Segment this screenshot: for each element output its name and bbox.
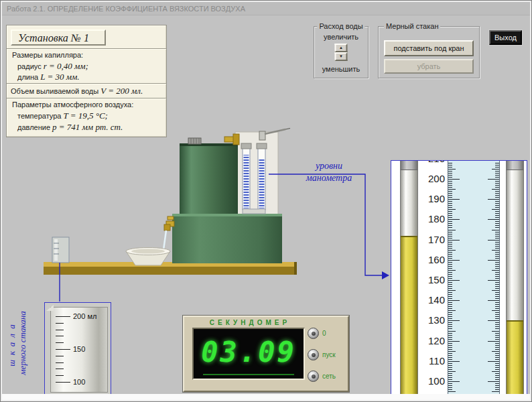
annotation-lines [60,174,382,302]
manometer-tick [495,312,499,313]
cup-scale-tick [56,342,64,343]
base-unit [172,214,282,263]
manometer-tick [495,217,499,218]
manometer-tick [495,349,499,350]
tap[interactable] [164,216,174,230]
manometer-tick [495,236,499,237]
window-bottom-edge [2,394,530,400]
length-line: длинаL = 30 мм. [17,72,80,82]
manometer-tick [495,252,499,253]
manometer-tick [495,324,499,325]
cup-scale-tick [56,356,64,356]
manometer-tick [495,197,499,198]
setup-panel: Установка № 1 Размеры капилляра: радиусr… [6,25,167,137]
manometer-tick [448,377,452,378]
manometer-tick [495,347,499,348]
stopwatch-button-start[interactable]: пуск [308,348,336,361]
stopwatch-button-reset[interactable]: 0 [308,326,326,340]
place-cup-button[interactable]: подставить под кран [384,40,474,56]
stopwatch-knob-icon[interactable] [308,349,319,360]
manometer-tick [495,343,499,344]
manometer-tick [448,205,452,206]
flow-spinner[interactable]: ▲ ▼ [335,44,348,61]
manometer-tick [495,221,499,222]
manometer-tick [448,225,452,226]
stopwatch-knob-icon[interactable] [308,371,319,382]
manometer-tick [495,385,499,386]
manometer-tick [448,171,452,172]
cup-scale-tick [56,368,64,369]
manometer-tick [448,328,452,329]
manometer-tick [448,163,452,163]
manometer-tick [448,310,456,311]
manometer-tick [492,169,499,170]
manometer-tick [448,167,452,168]
manometer-tick [495,282,499,283]
manometer-tick [448,191,452,192]
manometer-tick [448,349,452,350]
water-tank [180,138,238,214]
manometer-small [241,143,267,214]
manometer-tick [448,345,452,346]
spinner-down-button[interactable]: ▼ [335,52,348,61]
brass-fittings [224,134,239,145]
separator [7,98,166,99]
manometer-tick [448,357,452,358]
manometer-tick [495,389,499,390]
manometer-tick [495,298,499,299]
manometer-tick [495,238,499,239]
manometer-tick [448,193,452,194]
stopwatch-knob-icon[interactable] [308,328,319,339]
manometer-scale-label: 170 [415,234,445,246]
manometer-tick [495,262,499,263]
manometer-tick [448,337,452,338]
manometer-tick [448,244,452,245]
spinner-up-button[interactable]: ▲ [335,44,348,52]
manometer-tick [495,322,499,323]
title-bar[interactable]: Работа 2.1. ОПРЕДЕЛЕНИЕ КОЭФФИЦИЕНТА ВЯЗ… [2,2,530,15]
manometer-tick [488,381,499,382]
manometer-tick [448,199,460,200]
exit-button[interactable]: Выход [489,30,522,45]
manometer-tick [495,195,499,196]
manometer-tick [495,286,499,287]
manometer-tick [495,288,499,289]
manometer-tick [495,284,499,285]
manometer-tick [448,211,452,212]
manometer-tick [448,215,452,216]
flow-group-title: Расход воды [317,22,364,30]
cup-scale-tick [56,336,64,336]
manometer-tick [495,304,499,305]
chevron-down-icon: ▼ [339,54,343,58]
remove-cup-button[interactable]: убрать [384,59,474,74]
manometer-tick [495,355,499,356]
manometer-tick [448,322,452,323]
manometer-tick [448,355,452,356]
manometer-tick [495,339,499,340]
manometer-tick [448,282,452,283]
stopwatch-button-power[interactable]: сеть [308,369,336,383]
manometer-tick [448,246,452,247]
manometer-tick [448,302,452,303]
manometer-tick [495,316,499,317]
tube-cap [507,161,523,170]
manometer-tick [495,266,499,267]
manometer-scale-label: 180 [415,213,445,225]
cup-scale-tick [56,375,64,376]
manometer-tick [495,369,499,370]
manometer-tick [448,207,452,208]
manometer-tick [448,284,452,285]
manometer-tick [495,308,499,309]
manometer-tick [448,363,452,364]
manometer-tick [488,300,499,301]
cup-group-title: Мерный стакан [384,22,440,30]
manometer-tick [448,260,460,261]
manometer-tick [448,195,452,196]
manometer-tick [448,335,452,336]
manometer-tick [495,246,499,247]
manometer-tick [488,280,499,281]
manometer-tick [495,242,499,243]
separator [7,83,166,84]
manometer-tick [495,183,499,184]
temperature-line: температураT = 19,5 °C; [17,111,108,121]
